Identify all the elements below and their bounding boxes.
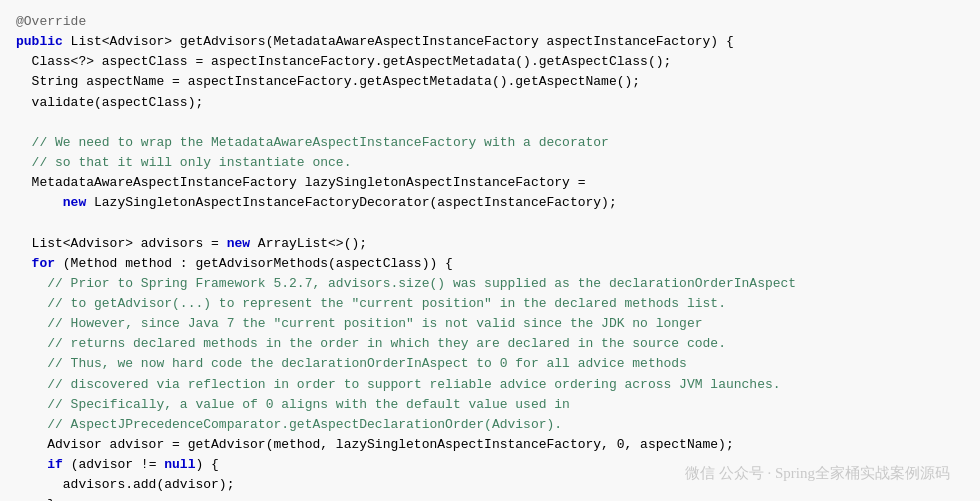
- comment-9: // Specifically, a value of 0 aligns wit…: [47, 397, 570, 412]
- keyword-for: for: [32, 256, 55, 271]
- keyword-null: null: [164, 457, 195, 472]
- comment-1: // We need to wrap the MetadataAwareAspe…: [32, 135, 609, 150]
- comment-4: // to getAdvisor(...) to represent the "…: [47, 296, 726, 311]
- annotation: @Override: [16, 14, 86, 29]
- watermark-text: 公众号 · Spring全家桶实战案例源码: [719, 465, 950, 481]
- comment-10: // AspectJPrecedenceComparator.getAspect…: [47, 417, 562, 432]
- comment-3: // Prior to Spring Framework 5.2.7, advi…: [47, 276, 796, 291]
- keyword-new2: new: [227, 236, 250, 251]
- keyword-if: if: [47, 457, 63, 472]
- comment-2: // so that it will only instantiate once…: [32, 155, 352, 170]
- keyword-new: new: [63, 195, 86, 210]
- comment-5: // However, since Java 7 the "current po…: [47, 316, 702, 331]
- comment-7: // Thus, we now hard code the declaratio…: [47, 356, 687, 371]
- watermark: 微信 公众号 · Spring全家桶实战案例源码: [685, 464, 950, 483]
- comment-6: // returns declared methods in the order…: [47, 336, 726, 351]
- keyword-public: public: [16, 34, 63, 49]
- comment-8: // discovered via reflection in order to…: [47, 377, 780, 392]
- code-block: @Override public List<Advisor> getAdviso…: [16, 12, 964, 501]
- watermark-icon: 微信: [685, 465, 715, 481]
- code-container: @Override public List<Advisor> getAdviso…: [0, 0, 980, 501]
